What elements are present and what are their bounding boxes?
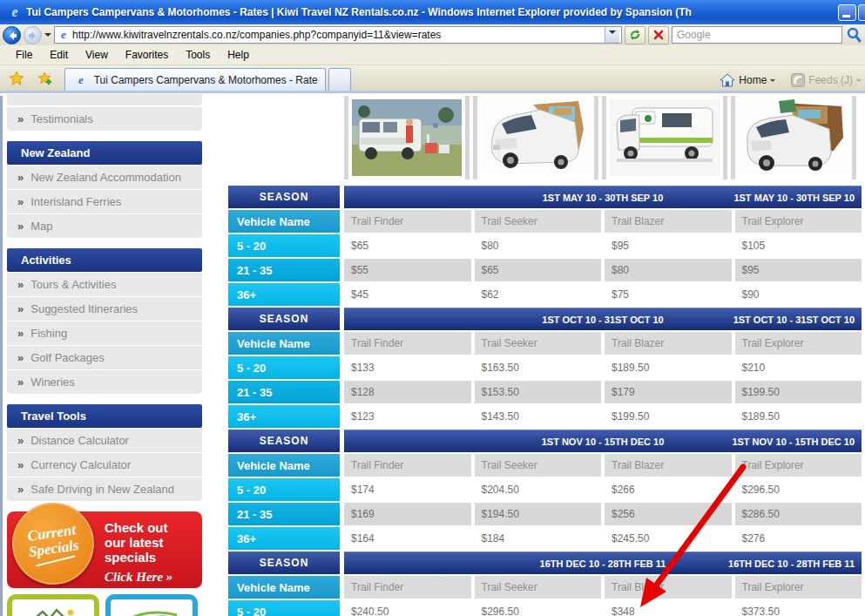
page-icon: e xyxy=(57,29,70,41)
current-specials-banner[interactable]: CurrentSpecialsCheck outour latestspecia… xyxy=(7,511,202,588)
sidebar-item-suggested-itineraries[interactable]: »Suggested Itineraries xyxy=(7,297,202,321)
season-date-bar: 1ST OCT 10 - 31ST OCT 101ST OCT 10 - 31S… xyxy=(344,308,862,330)
sidebar-item-new-zealand-accommodation[interactable]: »New Zealand Accommodation xyxy=(7,166,202,189)
age-range-label: 21 - 35 xyxy=(228,503,340,525)
sidebar-item-map[interactable]: »Map xyxy=(7,214,202,238)
season-block: SEASON1ST MAY 10 - 30TH SEP 101ST MAY 10… xyxy=(228,186,862,306)
sidebar-item-fishing[interactable]: »Fishing xyxy=(7,322,202,345)
chevron-icon: » xyxy=(17,376,24,389)
back-arrow-icon xyxy=(7,30,17,41)
home-button[interactable]: Home xyxy=(720,73,775,87)
quick-tab-stub[interactable] xyxy=(328,68,351,91)
sidebar-item-label: Fishing xyxy=(30,327,67,340)
history-dropdown[interactable] xyxy=(44,33,51,40)
rate-cell: $286.50 xyxy=(735,503,862,525)
minimize-button[interactable] xyxy=(838,4,856,21)
forward-button[interactable] xyxy=(24,26,42,44)
age-range-label: 21 - 35 xyxy=(228,259,340,281)
sidebar-item-wineries[interactable]: »Wineries xyxy=(7,370,202,394)
rate-cell: $266 xyxy=(605,478,732,501)
alpha-campervans-logo[interactable] xyxy=(105,594,198,616)
search-input[interactable]: Google xyxy=(672,26,842,44)
url-text[interactable]: http://www.kiwitravelnzrentals.co.nz/com… xyxy=(72,29,605,41)
vehicle-name-cell: Trail Blazer xyxy=(605,332,732,355)
menu-favorites[interactable]: Favorites xyxy=(117,46,177,64)
back-button[interactable] xyxy=(3,26,21,44)
sidebar-item-interisland-ferries[interactable]: »Interisland Ferries xyxy=(7,190,202,213)
menu-help[interactable]: Help xyxy=(219,46,258,64)
rate-row: 5 - 20$240.50$296.50$348$373.50 xyxy=(228,600,862,616)
campervan-photo-trail-seeker[interactable] xyxy=(473,96,598,179)
vehicle-name-label: Vehicle Name xyxy=(228,454,340,477)
sidebar-section-header: New Zealand xyxy=(7,141,202,165)
rate-cells: $45$62$75$90 xyxy=(344,283,862,306)
vehicle-name-label: Vehicle Name xyxy=(228,576,340,599)
active-tab-label: Tui Campers Campervans & Motorhomes - Ra… xyxy=(94,74,318,86)
sidebar-item-partial[interactable] xyxy=(7,94,202,105)
rate-row: 36+$123$143.50$199.50$189.50 xyxy=(228,405,862,428)
vehicle-header-cells: Trail FinderTrail SeekerTrail BlazerTrai… xyxy=(344,576,862,599)
rate-cell: $296.50 xyxy=(475,600,602,616)
age-range-label: 36+ xyxy=(228,283,340,306)
campervan-photo-trail-explorer[interactable] xyxy=(731,96,856,179)
sidebar-item-golf-packages[interactable]: »Golf Packages xyxy=(7,346,202,369)
rate-cells: $128$153.50$179$199.50 xyxy=(344,381,862,403)
sidebar-item-label: Tours & Activities xyxy=(30,278,116,291)
mountain-logo-icon xyxy=(27,606,79,616)
add-favorite-button[interactable] xyxy=(34,68,57,89)
season-block: SEASON1ST OCT 10 - 31ST OCT 101ST OCT 10… xyxy=(228,308,862,428)
rate-cells: $164$184$245.50$276 xyxy=(344,527,862,550)
stop-button[interactable] xyxy=(648,26,669,44)
favorites-star-icon xyxy=(9,71,24,86)
age-range-label: 36+ xyxy=(228,527,340,550)
maximize-button[interactable] xyxy=(858,4,865,21)
address-toolbar: e http://www.kiwitravelnzrentals.co.nz/c… xyxy=(0,24,865,45)
refresh-button[interactable] xyxy=(625,26,645,44)
address-field[interactable]: e http://www.kiwitravelnzrentals.co.nz/c… xyxy=(54,26,622,44)
feeds-rss-icon xyxy=(791,73,805,87)
specials-click-here-link[interactable]: Click Here » xyxy=(105,570,197,585)
sidebar-nav: »TestimonialsNew Zealand»New Zealand Acc… xyxy=(7,94,202,616)
address-dropdown[interactable] xyxy=(605,27,619,43)
favorites-center-button[interactable] xyxy=(5,68,28,89)
vehicle-name-cell: Trail Explorer xyxy=(735,332,862,355)
rate-cell: $153.50 xyxy=(475,381,602,403)
ie-icon: e xyxy=(7,4,23,20)
season-date-range-right: 1ST MAY 10 - 30TH SEP 10 xyxy=(733,186,855,208)
campervan-photo-trail-finder[interactable] xyxy=(344,96,470,179)
active-tab[interactable]: e Tui Campers Campervans & Motorhomes - … xyxy=(64,68,326,91)
stop-x-icon xyxy=(653,30,664,40)
sidebar-item-distance-calculator[interactable]: »Distance Calculator xyxy=(7,429,202,452)
rate-cells: $123$143.50$199.50$189.50 xyxy=(344,405,862,428)
age-range-label: 5 - 20 xyxy=(228,356,340,379)
menu-view[interactable]: View xyxy=(77,46,117,64)
home-label: Home xyxy=(739,74,767,86)
campervan-photo-trail-blazer[interactable] xyxy=(602,96,727,179)
home-dropdown[interactable] xyxy=(770,79,775,85)
menu-tools[interactable]: Tools xyxy=(177,46,219,64)
feeds-button[interactable]: Feeds (J) xyxy=(791,73,862,87)
sidebar-item-safe-driving-in-new-zealand[interactable]: »Safe Driving in New Zealand xyxy=(7,477,202,501)
sidebar-item-currency-calculator[interactable]: »Currency Calculator xyxy=(7,453,202,477)
rate-cell: $80 xyxy=(475,234,602,257)
rate-cells: $240.50$296.50$348$373.50 xyxy=(344,600,862,616)
current-specials-badge: CurrentSpecials xyxy=(7,498,99,590)
rate-cell: $256 xyxy=(605,503,732,525)
chevron-icon: » xyxy=(17,195,24,208)
rate-cell: $296.50 xyxy=(735,478,862,501)
sidebar-item-testimonials[interactable]: »Testimonials xyxy=(7,107,202,131)
sidebar-item-tours-activities[interactable]: »Tours & Activities xyxy=(7,273,202,296)
rate-cell: $75 xyxy=(605,283,732,306)
rate-cell: $95 xyxy=(735,259,862,281)
united-campervans-logo[interactable]: UNITED xyxy=(7,594,99,616)
season-row: SEASON1ST OCT 10 - 31ST OCT 101ST OCT 10… xyxy=(228,308,862,330)
partner-logo-row: UNITED xyxy=(7,594,202,616)
vehicle-header-cells: Trail FinderTrail SeekerTrail BlazerTrai… xyxy=(344,210,862,233)
menu-edit[interactable]: Edit xyxy=(41,46,77,64)
menu-file[interactable]: File xyxy=(7,46,41,64)
search-button[interactable] xyxy=(845,26,862,44)
rate-cell: $45 xyxy=(344,283,471,306)
browser-window: e Tui Campers Campervans & Motorhomes - … xyxy=(0,0,865,616)
rates-tables: SEASON1ST MAY 10 - 30TH SEP 101ST MAY 10… xyxy=(228,186,862,616)
rate-cell: $276 xyxy=(735,527,862,550)
